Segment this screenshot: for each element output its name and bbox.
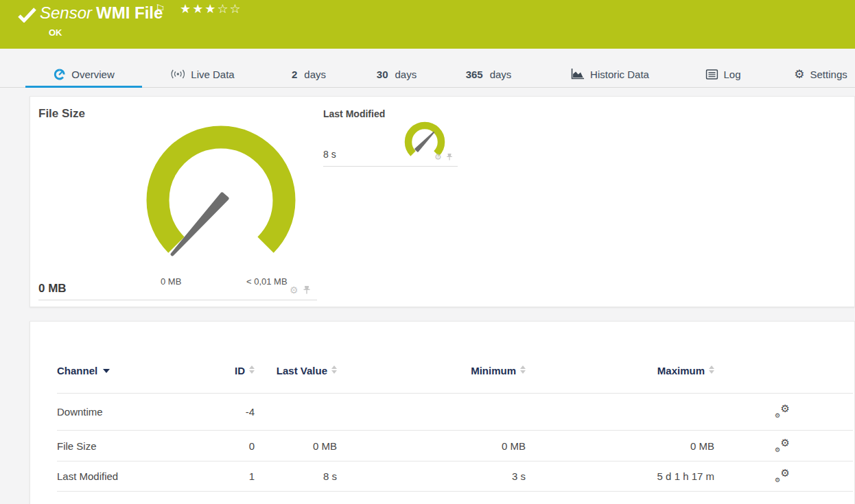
broadcast-icon [170,69,185,80]
tab-settings[interactable]: ⚙ Settings [794,60,847,88]
tab-30-days[interactable]: 30 days [377,60,417,88]
column-header-channel[interactable]: Channel [57,364,194,378]
tab-label: days [304,69,326,80]
channel-name: Last Modified [57,470,194,482]
gauge-title: File Size [38,107,317,121]
flag-icon[interactable]: ⚐ [155,2,165,16]
column-header-minimum[interactable]: Minimum [337,364,526,378]
chevron-down-icon [103,369,110,373]
tab-number: 2 [292,69,297,80]
table-row: File Size 0 0 MB 0 MB 0 MB ⚙⚙ [57,430,853,461]
channel-maximum: 5 d 1 h 17 m [526,470,714,482]
table-row: Last Modified 1 8 s 3 s 5 d 1 h 17 m ⚙⚙ [57,461,853,492]
tab-historic-data[interactable]: Historic Data [571,60,649,88]
priority-stars[interactable]: ★★★☆☆ [180,1,242,16]
tab-number: 30 [377,69,388,80]
tab-overview[interactable]: Overview [53,60,115,88]
channel-table: Channel ID Last Value Minimum Maximum Do… [57,364,853,492]
channel-maximum: 0 MB [526,440,714,452]
gauge-tools: ⚙ [434,153,453,161]
gauge-title: Last Modified [323,108,458,119]
column-header-last-value[interactable]: Last Value [255,364,337,378]
gauge-settings-gear-icon[interactable]: ⚙ [434,153,442,161]
channel-id: 0 [194,440,255,452]
gauge-current-value: 0 MB [38,282,67,296]
column-header-maximum[interactable]: Maximum [526,364,714,378]
sort-icon [520,365,526,374]
channel-settings-gears-icon[interactable]: ⚙⚙ [775,404,790,418]
gauge-block-file-size: File Size 0 MB < 0,01 MB 0 MB ⚙ [38,107,317,300]
gear-icon: ⚙ [794,69,804,80]
status-badge: OK [49,27,62,38]
prtg-sensor-page: Sensor WMI File ⚐ ★★★☆☆ OK Overview [0,0,855,504]
object-kind-label: Sensor [40,3,92,23]
file-size-gauge[interactable] [139,125,303,265]
tab-label: Live Data [191,69,234,80]
gauge-pin-icon[interactable] [303,285,311,295]
channel-settings-gears-icon[interactable]: ⚙⚙ [775,468,790,482]
sort-icon [709,365,714,374]
sensor-status-header: Sensor WMI File ⚐ ★★★☆☆ OK [0,0,855,49]
status-ok-check-icon [18,8,36,25]
column-header-id[interactable]: ID [194,364,255,378]
gauges-panel: File Size 0 MB < 0,01 MB 0 MB ⚙ Last Mod… [30,96,855,307]
tab-live-data[interactable]: Live Data [170,60,234,88]
gauge-pin-icon[interactable] [446,153,453,161]
area-chart-icon [571,69,585,80]
table-header-row: Channel ID Last Value Minimum Maximum [57,364,853,393]
tab-label: Settings [810,69,847,80]
sort-icon [331,365,337,374]
channel-minimum: 0 MB [337,440,526,452]
sort-icon [249,365,255,374]
log-icon [705,69,718,80]
channel-last-value: 0 MB [255,440,337,452]
channel-settings-gears-icon[interactable]: ⚙⚙ [775,438,790,452]
tab-label: days [490,69,512,80]
tab-number: 365 [466,69,483,80]
gauge-scale-max: < 0,01 MB [246,276,288,287]
gauge-block-last-modified: Last Modified 8 s ⚙ [323,108,458,167]
tab-label: Historic Data [590,69,649,80]
gauge-tools: ⚙ [290,285,311,295]
channels-panel: Channel ID Last Value Minimum Maximum Do… [30,321,855,504]
channel-last-value: 8 s [255,470,337,482]
gauge-scale-min: 0 MB [161,276,181,287]
gauge-settings-gear-icon[interactable]: ⚙ [290,285,298,295]
tab-log[interactable]: Log [705,60,740,88]
tab-2-days[interactable]: 2 days [292,60,326,88]
gauge-current-value: 8 s [323,149,336,160]
tab-label: Overview [71,69,115,80]
channel-name: File Size [57,440,194,452]
table-row: Downtime -4 ⚙⚙ [57,393,853,430]
gauge-icon [53,68,66,81]
channel-id: 1 [194,470,255,482]
tab-bar: Overview Live Data 2 days 30 days 365 da… [0,60,855,88]
channel-id: -4 [194,406,255,418]
tab-365-days[interactable]: 365 days [466,60,512,88]
tab-label: Log [723,69,740,80]
tab-label: days [395,69,417,80]
channel-minimum: 3 s [337,470,526,482]
channel-name: Downtime [57,406,194,418]
sensor-title: WMI File [96,3,163,23]
